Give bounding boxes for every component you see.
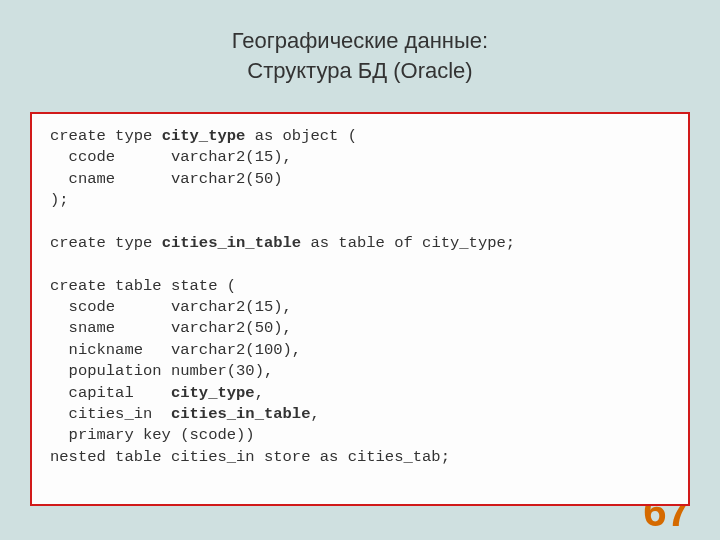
code-line: , <box>255 384 264 402</box>
code-line: cities_in <box>50 405 171 423</box>
code-line: population number(30), <box>50 362 273 380</box>
code-bold: cities_in_table <box>162 234 302 252</box>
code-line: create table state ( <box>50 277 236 295</box>
code-line: nickname varchar2(100), <box>50 341 301 359</box>
code-bold: city_type <box>171 384 255 402</box>
code-line: cname varchar2(50) <box>50 170 283 188</box>
code-line: scode varchar2(15), <box>50 298 292 316</box>
code-line: primary key (scode)) <box>50 426 255 444</box>
code-bold: city_type <box>162 127 246 145</box>
code-line: create type <box>50 234 162 252</box>
slide-title: Географические данные: Структура БД (Ora… <box>0 0 720 103</box>
code-line: capital <box>50 384 171 402</box>
code-line: create type <box>50 127 162 145</box>
code-bold: cities_in_table <box>171 405 311 423</box>
code-line: as table of city_type; <box>301 234 515 252</box>
code-line: as object ( <box>245 127 357 145</box>
code-line: ccode varchar2(15), <box>50 148 292 166</box>
code-line: ); <box>50 191 69 209</box>
code-line: sname varchar2(50), <box>50 319 292 337</box>
code-line: , <box>310 405 319 423</box>
code-line: nested table cities_in store as cities_t… <box>50 448 450 466</box>
sql-code-block: create type city_type as object ( ccode … <box>30 112 690 506</box>
title-line-1: Географические данные: <box>0 26 720 56</box>
title-line-2: Структура БД (Oracle) <box>0 56 720 86</box>
